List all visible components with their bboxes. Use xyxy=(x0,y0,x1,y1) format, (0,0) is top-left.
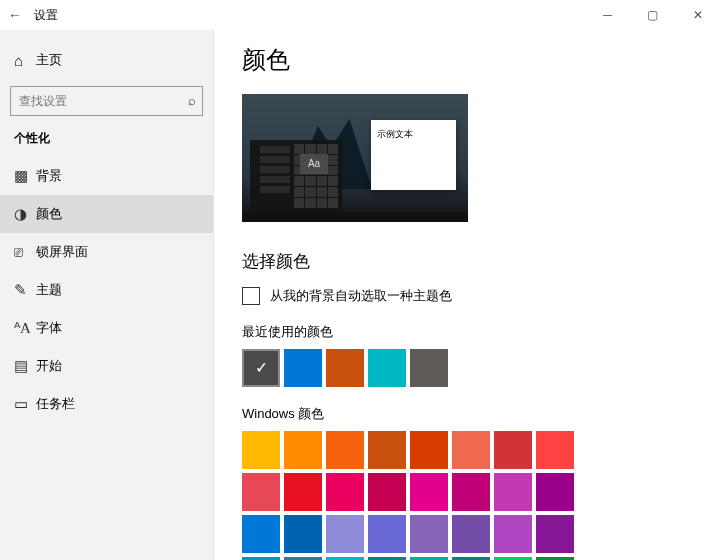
recent-color-swatch[interactable] xyxy=(368,349,406,387)
choose-color-heading: 选择颜色 xyxy=(242,250,720,273)
palette-color-swatch[interactable] xyxy=(368,431,406,469)
auto-pick-label: 从我的背景自动选取一种主题色 xyxy=(270,287,452,305)
sidebar-item-label: 颜色 xyxy=(36,205,62,223)
search-input[interactable] xyxy=(11,87,202,115)
sidebar-item-1[interactable]: ◑颜色 xyxy=(0,195,213,233)
palette-color-swatch[interactable] xyxy=(410,515,448,553)
sidebar-home-label: 主页 xyxy=(36,51,62,69)
auto-pick-checkbox[interactable]: 从我的背景自动选取一种主题色 xyxy=(242,287,720,305)
preview-window: 示例文本 xyxy=(371,120,456,190)
recent-color-swatch[interactable] xyxy=(284,349,322,387)
sidebar-item-label: 开始 xyxy=(36,357,62,375)
sidebar-item-5[interactable]: ▤开始 xyxy=(0,347,213,385)
sidebar-item-6[interactable]: ▭任务栏 xyxy=(0,385,213,423)
palette-color-swatch[interactable] xyxy=(284,431,322,469)
back-button[interactable]: ← xyxy=(0,7,30,23)
sidebar-home[interactable]: ⌂ 主页 xyxy=(0,42,213,78)
sidebar: ⌂ 主页 ⌕ 个性化 ▩背景◑颜色⎚锁屏界面✎主题ᴬA字体▤开始▭任务栏 xyxy=(0,30,214,560)
palette-color-swatch[interactable] xyxy=(284,515,322,553)
search-box[interactable]: ⌕ xyxy=(10,86,203,116)
sidebar-item-label: 锁屏界面 xyxy=(36,243,88,261)
preview-aa: Aa xyxy=(300,154,328,174)
sidebar-item-0[interactable]: ▩背景 xyxy=(0,157,213,195)
palette-color-swatch[interactable] xyxy=(410,473,448,511)
palette-color-swatch[interactable] xyxy=(494,473,532,511)
palette-color-swatch[interactable] xyxy=(326,515,364,553)
content-area: 颜色 Aa 示例文本 选择颜色 从我的背景自动选取一种主题色 最近使用的颜色 W… xyxy=(214,30,720,560)
sidebar-item-icon: ▩ xyxy=(14,167,36,185)
palette-color-swatch[interactable] xyxy=(284,473,322,511)
palette-color-swatch[interactable] xyxy=(494,515,532,553)
window-title: 设置 xyxy=(30,7,58,24)
sidebar-item-3[interactable]: ✎主题 xyxy=(0,271,213,309)
titlebar: ← 设置 ─ ▢ ✕ xyxy=(0,0,720,30)
palette-color-swatch[interactable] xyxy=(452,515,490,553)
palette-color-swatch[interactable] xyxy=(242,515,280,553)
recent-color-swatch[interactable] xyxy=(242,349,280,387)
sidebar-item-icon: ᴬA xyxy=(14,319,36,337)
sidebar-item-icon: ▭ xyxy=(14,395,36,413)
palette-color-swatch[interactable] xyxy=(452,431,490,469)
recent-color-swatch[interactable] xyxy=(326,349,364,387)
palette-color-swatch[interactable] xyxy=(368,515,406,553)
palette-color-swatch[interactable] xyxy=(242,473,280,511)
palette-color-swatch[interactable] xyxy=(494,431,532,469)
sidebar-item-label: 任务栏 xyxy=(36,395,75,413)
color-preview: Aa 示例文本 xyxy=(242,94,468,222)
palette-color-swatch[interactable] xyxy=(242,431,280,469)
palette-color-swatch[interactable] xyxy=(536,431,574,469)
palette-color-swatch[interactable] xyxy=(452,473,490,511)
palette-color-swatch[interactable] xyxy=(326,473,364,511)
sidebar-item-label: 背景 xyxy=(36,167,62,185)
sidebar-item-icon: ◑ xyxy=(14,205,36,223)
sidebar-item-label: 主题 xyxy=(36,281,62,299)
sidebar-item-icon: ⎚ xyxy=(14,244,36,261)
maximize-button[interactable]: ▢ xyxy=(630,0,675,30)
close-button[interactable]: ✕ xyxy=(675,0,720,30)
page-title: 颜色 xyxy=(242,44,720,76)
minimize-button[interactable]: ─ xyxy=(585,0,630,30)
sidebar-item-4[interactable]: ᴬA字体 xyxy=(0,309,213,347)
home-icon: ⌂ xyxy=(14,52,36,69)
sidebar-item-label: 字体 xyxy=(36,319,62,337)
palette-color-swatch[interactable] xyxy=(326,431,364,469)
sidebar-item-icon: ✎ xyxy=(14,281,36,299)
palette-color-swatch[interactable] xyxy=(368,473,406,511)
search-icon: ⌕ xyxy=(188,87,196,115)
recent-colors-heading: 最近使用的颜色 xyxy=(242,323,720,341)
windows-colors-heading: Windows 颜色 xyxy=(242,405,720,423)
palette-color-swatch[interactable] xyxy=(536,473,574,511)
checkbox-box[interactable] xyxy=(242,287,260,305)
preview-sample-text: 示例文本 xyxy=(371,120,456,149)
sidebar-item-icon: ▤ xyxy=(14,357,36,375)
palette-color-swatch[interactable] xyxy=(536,515,574,553)
sidebar-group-label: 个性化 xyxy=(0,126,213,157)
recent-color-swatch[interactable] xyxy=(410,349,448,387)
palette-color-swatch[interactable] xyxy=(410,431,448,469)
sidebar-item-2[interactable]: ⎚锁屏界面 xyxy=(0,233,213,271)
